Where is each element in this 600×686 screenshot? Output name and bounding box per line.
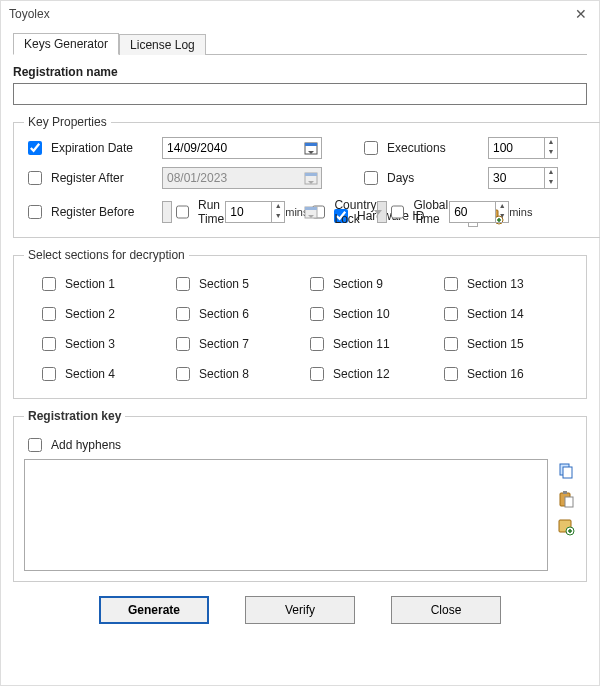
section-check[interactable] (176, 277, 190, 291)
section-label: Section 9 (333, 277, 383, 291)
section-label: Section 3 (65, 337, 115, 351)
spin-down-icon[interactable]: ▼ (496, 212, 508, 222)
section-label: Section 11 (333, 337, 390, 351)
spin-up-icon[interactable]: ▲ (545, 168, 557, 178)
run-time-checkbox[interactable]: Run Time (172, 198, 225, 226)
register-after-checkbox[interactable]: Register After (24, 168, 154, 188)
section-checkbox[interactable]: Section 13 (440, 274, 562, 294)
run-time-input[interactable] (225, 201, 271, 223)
register-before-input (162, 201, 172, 223)
paste-icon[interactable] (556, 489, 576, 509)
section-label: Section 7 (199, 337, 249, 351)
registration-key-side-icons (556, 459, 576, 537)
section-check[interactable] (444, 337, 458, 351)
section-check[interactable] (42, 277, 56, 291)
section-label: Section 1 (65, 277, 115, 291)
days-check[interactable] (364, 171, 378, 185)
button-row: Generate Verify Close (13, 596, 587, 624)
expiration-date-input[interactable] (162, 137, 322, 159)
close-button[interactable]: Close (391, 596, 501, 624)
section-checkbox[interactable]: Section 15 (440, 334, 562, 354)
registration-key-textarea[interactable] (24, 459, 548, 571)
copy-icon[interactable] (556, 461, 576, 481)
expiration-date-checkbox[interactable]: Expiration Date (24, 138, 154, 158)
days-checkbox[interactable]: Days (360, 168, 480, 188)
spin-down-icon[interactable]: ▼ (545, 178, 557, 188)
section-checkbox[interactable]: Section 14 (440, 304, 562, 324)
section-check[interactable] (310, 337, 324, 351)
section-check[interactable] (176, 337, 190, 351)
global-time-check[interactable] (391, 205, 404, 219)
spin-up-icon[interactable]: ▲ (545, 138, 557, 148)
register-before-check[interactable] (28, 205, 42, 219)
key-properties-legend: Key Properties (24, 115, 111, 129)
tab-license-log[interactable]: License Log (119, 34, 206, 55)
tab-keys-generator[interactable]: Keys Generator (13, 33, 119, 55)
country-lock-combo[interactable] (377, 201, 387, 223)
section-check[interactable] (444, 307, 458, 321)
add-hyphens-check[interactable] (28, 438, 42, 452)
spin-down-icon[interactable]: ▼ (545, 148, 557, 158)
executions-input[interactable] (488, 137, 544, 159)
run-time-check[interactable] (176, 205, 189, 219)
generate-button[interactable]: Generate (99, 596, 209, 624)
expiration-date-check[interactable] (28, 141, 42, 155)
section-checkbox[interactable]: Section 1 (38, 274, 160, 294)
country-lock-check[interactable] (312, 205, 325, 219)
section-label: Section 5 (199, 277, 249, 291)
spin-up-icon[interactable]: ▲ (272, 202, 284, 212)
section-label: Section 4 (65, 367, 115, 381)
spin-up-icon[interactable]: ▲ (496, 202, 508, 212)
section-check[interactable] (310, 367, 324, 381)
section-checkbox[interactable]: Section 11 (306, 334, 428, 354)
section-check[interactable] (444, 277, 458, 291)
register-after-check[interactable] (28, 171, 42, 185)
registration-name-input[interactable] (13, 83, 587, 105)
section-label: Section 2 (65, 307, 115, 321)
register-before-checkbox[interactable]: Register Before (24, 202, 154, 222)
section-check[interactable] (310, 307, 324, 321)
section-check[interactable] (42, 307, 56, 321)
section-check[interactable] (310, 277, 324, 291)
registration-key-group: Registration key Add hyphens (13, 409, 587, 582)
executions-checkbox[interactable]: Executions (360, 138, 480, 158)
section-checkbox[interactable]: Section 12 (306, 364, 428, 384)
close-icon[interactable]: ✕ (571, 6, 591, 22)
global-time-checkbox[interactable]: Global Time (387, 198, 449, 226)
section-checkbox[interactable]: Section 5 (172, 274, 294, 294)
days-spinner[interactable]: ▲▼ (488, 167, 558, 189)
section-checkbox[interactable]: Section 10 (306, 304, 428, 324)
executions-spinner[interactable]: ▲▼ (488, 137, 558, 159)
section-checkbox[interactable]: Section 6 (172, 304, 294, 324)
section-check[interactable] (444, 367, 458, 381)
verify-button[interactable]: Verify (245, 596, 355, 624)
section-label: Section 16 (467, 367, 524, 381)
run-time-spinner[interactable]: ▲▼ (225, 201, 285, 223)
section-checkbox[interactable]: Section 7 (172, 334, 294, 354)
global-time-spinner[interactable]: ▲▼ (449, 201, 509, 223)
spin-down-icon[interactable]: ▼ (272, 212, 284, 222)
section-checkbox[interactable]: Section 16 (440, 364, 562, 384)
section-checkbox[interactable]: Section 9 (306, 274, 428, 294)
section-checkbox[interactable]: Section 2 (38, 304, 160, 324)
section-check[interactable] (176, 307, 190, 321)
section-check[interactable] (42, 367, 56, 381)
section-label: Section 10 (333, 307, 390, 321)
global-time-unit: mins (509, 206, 532, 218)
days-input[interactable] (488, 167, 544, 189)
executions-check[interactable] (364, 141, 378, 155)
section-checkbox[interactable]: Section 8 (172, 364, 294, 384)
section-checkbox[interactable]: Section 4 (38, 364, 160, 384)
expiration-date-picker[interactable] (162, 137, 322, 159)
country-lock-checkbox[interactable]: Country Lock (308, 198, 377, 226)
sections-group: Select sections for decryption Section 1… (13, 248, 587, 399)
section-check[interactable] (42, 337, 56, 351)
global-time-input[interactable] (449, 201, 495, 223)
section-checkbox[interactable]: Section 3 (38, 334, 160, 354)
register-before-picker[interactable]: Run Time ▲▼ mins Country Lock (162, 198, 322, 226)
register-after-picker[interactable] (162, 167, 322, 189)
svg-rect-13 (563, 467, 572, 478)
section-check[interactable] (176, 367, 190, 381)
save-key-icon[interactable] (556, 517, 576, 537)
add-hyphens-checkbox[interactable]: Add hyphens (24, 435, 576, 455)
